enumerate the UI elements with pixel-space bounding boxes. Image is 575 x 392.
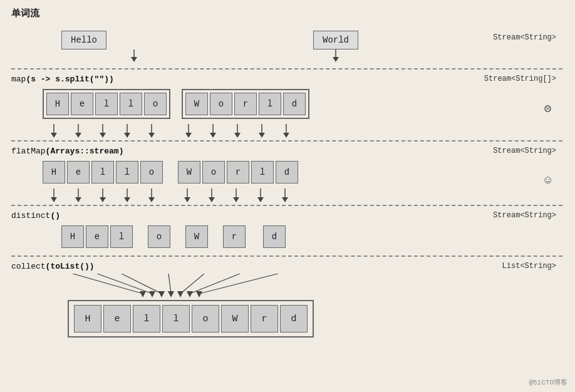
section-0: Stream<String> Hello World xyxy=(11,24,562,68)
stream-type-s3: Stream<String> xyxy=(493,211,556,220)
diagram-area: Stream<String> Hello World map(s -> s.sp… xyxy=(11,24,562,348)
svg-marker-49 xyxy=(158,291,165,297)
array-box-world: World xyxy=(182,89,309,119)
svg-marker-23 xyxy=(283,133,289,138)
svg-marker-31 xyxy=(124,197,130,202)
svg-marker-27 xyxy=(75,197,81,202)
array-box-hello: Hello xyxy=(43,89,170,119)
emoji-s2: ☺ xyxy=(544,174,551,187)
section-2: flatMap(Arrays::stream) Stream<String> ☺… xyxy=(11,140,562,205)
section-3: distinct() Stream<String> H e l o W r d xyxy=(11,205,562,255)
svg-marker-57 xyxy=(196,291,202,297)
svg-marker-29 xyxy=(100,197,106,202)
svg-marker-37 xyxy=(209,197,215,202)
svg-marker-3 xyxy=(333,57,339,62)
svg-marker-5 xyxy=(51,133,57,138)
section-label-collect: collect(toList()) xyxy=(11,262,562,271)
stream-type-s1: Stream<String[]> xyxy=(484,75,556,83)
svg-marker-43 xyxy=(282,197,288,202)
stream-type-s0: Stream<String> xyxy=(493,33,556,42)
section-label-distinct: distinct() xyxy=(11,211,562,220)
section-label-map: map(s -> s.split("")) xyxy=(11,75,562,84)
hello-box: Hello xyxy=(61,31,106,49)
svg-marker-9 xyxy=(100,133,106,138)
emoji-s1: ☹ xyxy=(544,102,551,116)
svg-marker-33 xyxy=(148,197,155,202)
svg-marker-35 xyxy=(184,197,190,202)
svg-line-44 xyxy=(73,274,143,294)
svg-line-56 xyxy=(199,274,278,294)
svg-line-48 xyxy=(122,274,162,294)
collect-list-box: H e l l o W r d xyxy=(68,300,314,338)
svg-marker-19 xyxy=(234,133,241,138)
svg-marker-13 xyxy=(148,133,155,138)
svg-marker-55 xyxy=(187,291,193,297)
watermark: @51CTO博客 xyxy=(529,378,567,387)
svg-marker-1 xyxy=(131,57,137,62)
svg-marker-47 xyxy=(149,291,155,297)
svg-marker-39 xyxy=(233,197,239,202)
svg-line-50 xyxy=(168,274,171,294)
svg-marker-53 xyxy=(177,291,184,297)
stream-type-s4: List<String> xyxy=(502,262,556,271)
section-1: map(s -> s.split("")) Stream<String[]> ☹… xyxy=(11,68,562,140)
svg-marker-15 xyxy=(185,133,192,138)
svg-marker-25 xyxy=(51,197,57,202)
svg-line-52 xyxy=(180,274,204,294)
section-label-flatmap: flatMap(Arrays::stream) xyxy=(11,147,562,156)
svg-line-54 xyxy=(190,274,240,294)
svg-marker-21 xyxy=(259,133,265,138)
page-title: 单词流 xyxy=(11,8,564,19)
svg-marker-45 xyxy=(140,291,146,297)
world-box: World xyxy=(313,31,358,49)
section-4: collect(toList()) List<String> xyxy=(11,255,562,348)
svg-marker-7 xyxy=(75,133,81,138)
svg-marker-11 xyxy=(124,133,130,138)
svg-marker-41 xyxy=(257,197,264,202)
svg-line-46 xyxy=(97,274,152,294)
svg-marker-51 xyxy=(168,291,174,297)
svg-marker-17 xyxy=(210,133,216,138)
stream-type-s2: Stream<String> xyxy=(493,147,556,155)
